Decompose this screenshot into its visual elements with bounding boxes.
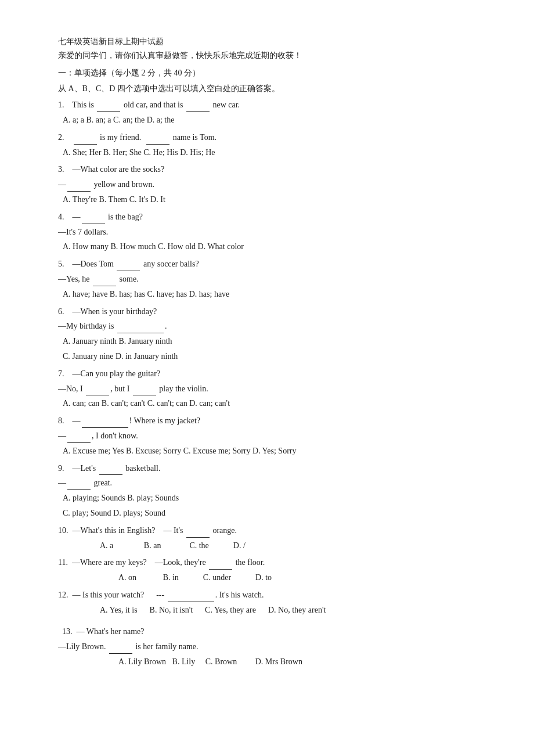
q5-dialog2: —Yes, he some. bbox=[58, 272, 488, 286]
question-10: 10. —What's this in English? — It's oran… bbox=[58, 524, 488, 553]
question-2: 2. is my friend. name is Tom. A. She; He… bbox=[58, 131, 488, 160]
question-4: 4. — is the bag? —It's 7 dollars. A. How… bbox=[58, 210, 488, 254]
q3-dialog1: 3. —What color are the socks? bbox=[58, 163, 488, 177]
q5-options: A. have; have B. has; has C. have; has D… bbox=[58, 287, 488, 301]
q9-num: 9. bbox=[58, 464, 64, 473]
q4-dialog1: 4. — is the bag? bbox=[58, 210, 488, 224]
q9-options1: A. playing; Sounds B. play; Sounds bbox=[58, 491, 488, 505]
q6-dialog1: 6. —When is your birthday? bbox=[58, 305, 488, 319]
q9-dialog2: — great. bbox=[58, 476, 488, 490]
q3-dialog2: — yellow and brown. bbox=[58, 178, 488, 192]
question-1: 1. This is old car, and that is new car.… bbox=[58, 98, 488, 127]
q13-options: A. Lily Brown B. Lily C. Brown D. Mrs Br… bbox=[114, 655, 488, 669]
instruction: 从 A、B、C、D 四个选项中选出可以填入空白处的正确答案。 bbox=[58, 82, 488, 96]
q8-dialog1: 8. —! Where is my jacket? bbox=[58, 414, 488, 428]
q11-options: A. on B. in C. under D. to bbox=[114, 571, 488, 585]
q5-num: 5. bbox=[58, 260, 64, 268]
q8-dialog2: —, I don't know. bbox=[58, 429, 488, 443]
q4-dialog2: —It's 7 dollars. bbox=[58, 225, 488, 239]
q12-text: 12. — Is this your watch? --- . It's his… bbox=[58, 588, 488, 602]
q2-num: 2. bbox=[58, 133, 64, 142]
q8-num: 8. bbox=[58, 416, 64, 425]
q9-options2: C. play; Sound D. plays; Sound bbox=[58, 506, 488, 520]
q4-num: 4. bbox=[58, 213, 64, 221]
q10-num: 10. bbox=[58, 526, 68, 535]
q13-num: 13. bbox=[62, 627, 73, 636]
question-13: 13. — What's her name? —Lily Brown. is h… bbox=[58, 625, 488, 668]
q8-options: A. Excuse me; Yes B. Excuse; Sorry C. Ex… bbox=[58, 444, 488, 458]
question-5: 5. —Does Tom any soccer balls? —Yes, he … bbox=[58, 257, 488, 301]
greeting: 亲爱的同学们，请你们认真审题做答，快快乐乐地完成近期的收获！ bbox=[58, 49, 488, 63]
q12-options: A. Yes, it is B. No, it isn't C. Yes, th… bbox=[95, 603, 488, 617]
q11-num: 11. bbox=[58, 558, 68, 567]
q6-options2: C. January nine D. in January ninth bbox=[58, 350, 488, 363]
question-11: 11. —Where are my keys? —Look, they're t… bbox=[58, 556, 488, 585]
q3-options: A. They're B. Them C. It's D. It bbox=[58, 193, 488, 207]
q1-text: 1. This is old car, and that is new car. bbox=[58, 98, 488, 112]
q7-dialog1: 7. —Can you play the guitar? bbox=[58, 367, 488, 381]
q7-num: 7. bbox=[58, 369, 64, 378]
q10-text: 10. —What's this in English? — It's oran… bbox=[58, 524, 488, 538]
q6-dialog2: —My birthday is . bbox=[58, 319, 488, 333]
q12-num: 12. bbox=[58, 591, 68, 599]
q6-num: 6. bbox=[58, 307, 64, 316]
q10-options: A. a B. an C. the D. / bbox=[95, 539, 488, 553]
question-6: 6. —When is your birthday? —My birthday … bbox=[58, 305, 488, 363]
q3-num: 3. bbox=[58, 165, 64, 174]
q2-text: 2. is my friend. name is Tom. bbox=[58, 131, 488, 145]
question-12: 12. — Is this your watch? --- . It's his… bbox=[58, 588, 488, 617]
q5-dialog1: 5. —Does Tom any soccer balls? bbox=[58, 257, 488, 271]
q13-dialog1: 13. — What's her name? bbox=[58, 625, 488, 639]
q7-options: A. can; can B. can't; can't C. can't; ca… bbox=[58, 397, 488, 411]
q7-dialog2: —No, I , but I play the violin. bbox=[58, 382, 488, 396]
question-7: 7. —Can you play the guitar? —No, I , bu… bbox=[58, 367, 488, 411]
question-3: 3. —What color are the socks? — yellow a… bbox=[58, 163, 488, 206]
q11-text: 11. —Where are my keys? —Look, they're t… bbox=[58, 556, 488, 570]
question-8: 8. —! Where is my jacket? —, I don't kno… bbox=[58, 414, 488, 458]
q1-options: A. a; a B. an; a C. an; the D. a; the bbox=[58, 113, 488, 127]
exam-title: 七年级英语新目标上期中试题 bbox=[58, 35, 488, 49]
question-9: 9. —Let's basketball. — great. A. playin… bbox=[58, 462, 488, 520]
q9-dialog1: 9. —Let's basketball. bbox=[58, 462, 488, 476]
q2-options: A. She; Her B. Her; She C. He; His D. Hi… bbox=[58, 146, 488, 160]
q13-dialog2: —Lily Brown. is her family name. bbox=[58, 640, 488, 654]
q6-options1: A. January ninth B. January ninth bbox=[58, 334, 488, 348]
section-header: 一：单项选择（每小题 2 分，共 40 分） bbox=[58, 66, 488, 80]
q1-num: 1. bbox=[58, 100, 64, 109]
q4-options: A. How many B. How much C. How old D. Wh… bbox=[58, 240, 488, 254]
